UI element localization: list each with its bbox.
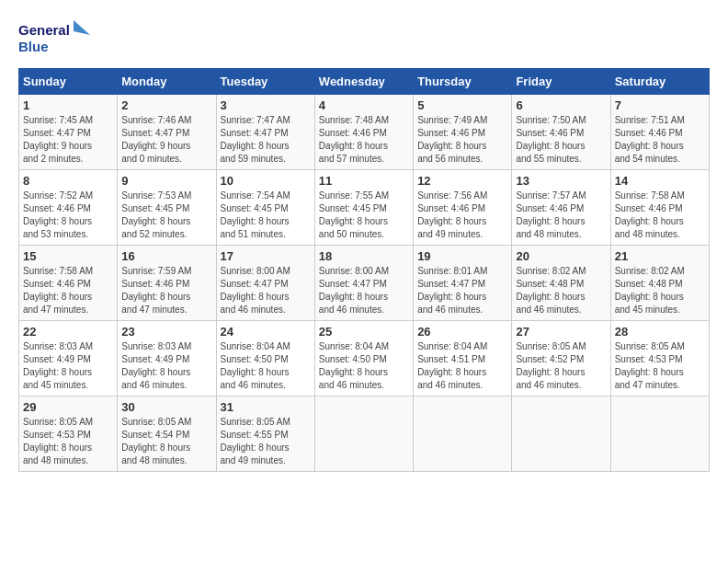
day-info: Sunrise: 7:46 AM Sunset: 4:47 PM Dayligh…	[121, 114, 211, 166]
day-cell: 7Sunrise: 7:51 AM Sunset: 4:46 PM Daylig…	[610, 95, 709, 170]
day-info: Sunrise: 8:05 AM Sunset: 4:54 PM Dayligh…	[121, 416, 211, 467]
day-number: 26	[417, 325, 507, 339]
day-cell: 2Sunrise: 7:46 AM Sunset: 4:47 PM Daylig…	[118, 95, 216, 170]
day-cell: 30Sunrise: 8:05 AM Sunset: 4:54 PM Dayli…	[118, 396, 216, 472]
day-cell: 8Sunrise: 7:52 AM Sunset: 4:46 PM Daylig…	[19, 170, 118, 246]
day-info: Sunrise: 8:04 AM Sunset: 4:51 PM Dayligh…	[417, 340, 507, 392]
day-number: 20	[516, 249, 606, 263]
day-info: Sunrise: 7:49 AM Sunset: 4:46 PM Dayligh…	[417, 114, 507, 166]
day-cell: 10Sunrise: 7:54 AM Sunset: 4:45 PM Dayli…	[216, 170, 314, 246]
week-row-4: 22Sunrise: 8:03 AM Sunset: 4:49 PM Dayli…	[19, 321, 710, 396]
logo: GeneralBlue	[18, 18, 92, 59]
day-info: Sunrise: 8:02 AM Sunset: 4:48 PM Dayligh…	[615, 265, 705, 316]
day-info: Sunrise: 7:56 AM Sunset: 4:46 PM Dayligh…	[417, 190, 507, 241]
day-info: Sunrise: 7:51 AM Sunset: 4:46 PM Dayligh…	[615, 114, 705, 166]
day-info: Sunrise: 8:03 AM Sunset: 4:49 PM Dayligh…	[23, 340, 113, 392]
day-number: 12	[417, 174, 507, 188]
col-header-monday: Monday	[118, 69, 216, 95]
day-cell	[414, 396, 512, 472]
day-info: Sunrise: 7:47 AM Sunset: 4:47 PM Dayligh…	[221, 114, 311, 166]
day-cell: 24Sunrise: 8:04 AM Sunset: 4:50 PM Dayli…	[216, 321, 314, 396]
day-info: Sunrise: 7:53 AM Sunset: 4:45 PM Dayligh…	[121, 190, 211, 241]
day-number: 11	[319, 174, 409, 188]
day-cell: 18Sunrise: 8:00 AM Sunset: 4:47 PM Dayli…	[314, 246, 413, 321]
day-info: Sunrise: 7:45 AM Sunset: 4:47 PM Dayligh…	[23, 114, 113, 166]
day-number: 25	[319, 325, 409, 339]
day-number: 27	[516, 325, 606, 339]
day-number: 4	[319, 98, 409, 112]
col-header-saturday: Saturday	[610, 69, 709, 95]
day-cell: 31Sunrise: 8:05 AM Sunset: 4:55 PM Dayli…	[216, 396, 314, 472]
day-number: 28	[615, 325, 705, 339]
day-info: Sunrise: 7:48 AM Sunset: 4:46 PM Dayligh…	[319, 114, 409, 166]
day-number: 14	[615, 174, 705, 188]
day-cell: 5Sunrise: 7:49 AM Sunset: 4:46 PM Daylig…	[414, 95, 512, 170]
col-header-thursday: Thursday	[414, 69, 512, 95]
day-cell: 19Sunrise: 8:01 AM Sunset: 4:47 PM Dayli…	[414, 246, 512, 321]
day-number: 16	[121, 249, 211, 263]
day-number: 10	[221, 174, 311, 188]
day-cell: 21Sunrise: 8:02 AM Sunset: 4:48 PM Dayli…	[610, 246, 709, 321]
day-info: Sunrise: 8:01 AM Sunset: 4:47 PM Dayligh…	[417, 265, 507, 316]
svg-text:Blue: Blue	[18, 39, 49, 54]
day-cell: 26Sunrise: 8:04 AM Sunset: 4:51 PM Dayli…	[414, 321, 512, 396]
day-cell: 13Sunrise: 7:57 AM Sunset: 4:46 PM Dayli…	[512, 170, 610, 246]
day-cell	[610, 396, 709, 472]
day-info: Sunrise: 7:58 AM Sunset: 4:46 PM Dayligh…	[23, 265, 113, 316]
day-info: Sunrise: 8:05 AM Sunset: 4:53 PM Dayligh…	[615, 340, 705, 392]
page-header: GeneralBlue	[18, 18, 710, 59]
day-info: Sunrise: 8:00 AM Sunset: 4:47 PM Dayligh…	[319, 265, 409, 316]
day-number: 30	[121, 400, 211, 414]
day-number: 2	[121, 98, 211, 112]
day-number: 31	[221, 400, 311, 414]
day-number: 5	[417, 98, 507, 112]
week-row-5: 29Sunrise: 8:05 AM Sunset: 4:53 PM Dayli…	[19, 396, 710, 472]
day-number: 8	[23, 174, 113, 188]
calendar-table: SundayMondayTuesdayWednesdayThursdayFrid…	[18, 68, 710, 472]
day-info: Sunrise: 7:59 AM Sunset: 4:46 PM Dayligh…	[121, 265, 211, 316]
day-cell: 20Sunrise: 8:02 AM Sunset: 4:48 PM Dayli…	[512, 246, 610, 321]
col-header-wednesday: Wednesday	[314, 69, 413, 95]
col-header-tuesday: Tuesday	[216, 69, 314, 95]
day-number: 21	[615, 249, 705, 263]
day-number: 15	[23, 249, 113, 263]
day-info: Sunrise: 8:05 AM Sunset: 4:55 PM Dayligh…	[221, 416, 311, 467]
day-info: Sunrise: 7:58 AM Sunset: 4:46 PM Dayligh…	[615, 190, 705, 241]
day-cell: 15Sunrise: 7:58 AM Sunset: 4:46 PM Dayli…	[19, 246, 118, 321]
day-number: 19	[417, 249, 507, 263]
header-row: SundayMondayTuesdayWednesdayThursdayFrid…	[19, 69, 710, 95]
col-header-friday: Friday	[512, 69, 610, 95]
col-header-sunday: Sunday	[19, 69, 118, 95]
day-info: Sunrise: 7:54 AM Sunset: 4:45 PM Dayligh…	[221, 190, 311, 241]
day-number: 17	[221, 249, 311, 263]
week-row-3: 15Sunrise: 7:58 AM Sunset: 4:46 PM Dayli…	[19, 246, 710, 321]
day-info: Sunrise: 7:55 AM Sunset: 4:45 PM Dayligh…	[319, 190, 409, 241]
day-number: 24	[221, 325, 311, 339]
day-number: 3	[221, 98, 311, 112]
day-number: 22	[23, 325, 113, 339]
day-info: Sunrise: 8:04 AM Sunset: 4:50 PM Dayligh…	[319, 340, 409, 392]
day-info: Sunrise: 7:57 AM Sunset: 4:46 PM Dayligh…	[516, 190, 606, 241]
day-cell: 14Sunrise: 7:58 AM Sunset: 4:46 PM Dayli…	[610, 170, 709, 246]
day-cell: 28Sunrise: 8:05 AM Sunset: 4:53 PM Dayli…	[610, 321, 709, 396]
day-cell	[512, 396, 610, 472]
day-cell: 12Sunrise: 7:56 AM Sunset: 4:46 PM Dayli…	[414, 170, 512, 246]
day-cell: 22Sunrise: 8:03 AM Sunset: 4:49 PM Dayli…	[19, 321, 118, 396]
svg-marker-2	[74, 20, 90, 35]
day-cell: 23Sunrise: 8:03 AM Sunset: 4:49 PM Dayli…	[118, 321, 216, 396]
day-number: 7	[615, 98, 705, 112]
day-cell: 4Sunrise: 7:48 AM Sunset: 4:46 PM Daylig…	[314, 95, 413, 170]
day-info: Sunrise: 8:03 AM Sunset: 4:49 PM Dayligh…	[121, 340, 211, 392]
day-info: Sunrise: 8:05 AM Sunset: 4:52 PM Dayligh…	[516, 340, 606, 392]
day-cell: 17Sunrise: 8:00 AM Sunset: 4:47 PM Dayli…	[216, 246, 314, 321]
day-number: 18	[319, 249, 409, 263]
day-info: Sunrise: 8:04 AM Sunset: 4:50 PM Dayligh…	[221, 340, 311, 392]
day-info: Sunrise: 8:00 AM Sunset: 4:47 PM Dayligh…	[221, 265, 311, 316]
day-info: Sunrise: 7:52 AM Sunset: 4:46 PM Dayligh…	[23, 190, 113, 241]
day-cell	[314, 396, 413, 472]
day-cell: 9Sunrise: 7:53 AM Sunset: 4:45 PM Daylig…	[118, 170, 216, 246]
day-cell: 27Sunrise: 8:05 AM Sunset: 4:52 PM Dayli…	[512, 321, 610, 396]
day-cell: 16Sunrise: 7:59 AM Sunset: 4:46 PM Dayli…	[118, 246, 216, 321]
day-cell: 1Sunrise: 7:45 AM Sunset: 4:47 PM Daylig…	[19, 95, 118, 170]
day-number: 29	[23, 400, 113, 414]
